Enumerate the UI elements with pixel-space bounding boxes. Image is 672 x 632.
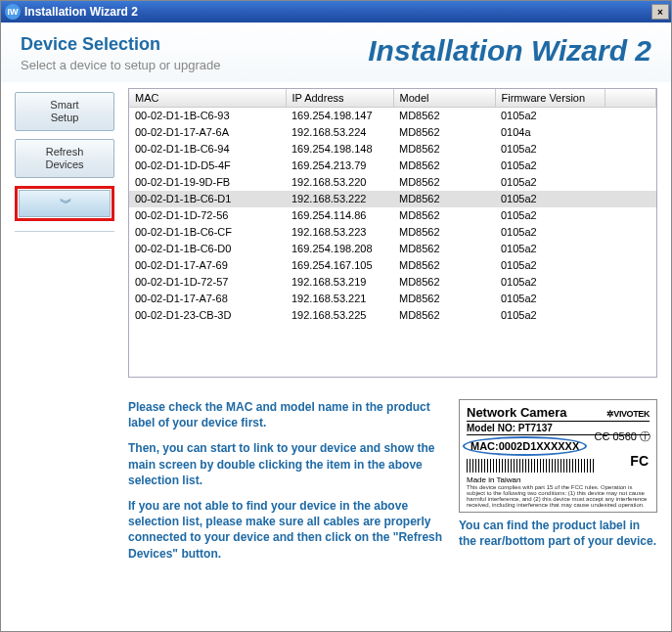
label-made-in: Made in Taiwan (467, 475, 650, 484)
header: Device Selection Select a device to setu… (1, 23, 671, 82)
refresh-devices-button[interactable]: Refresh Devices (15, 139, 114, 178)
titlebar: IW Installation Wizard 2 × (1, 1, 671, 23)
table-cell: 00-02-D1-1B-C6-D1 (129, 191, 286, 207)
content: Smart Setup Refresh Devices ︾ MACIP Addr… (1, 82, 671, 632)
table-cell: 00-02-D1-1B-C6-93 (129, 108, 286, 124)
table-cell: 192.168.53.224 (286, 124, 393, 141)
table-cell: 192.168.53.220 (286, 174, 393, 191)
barcode-icon (467, 459, 594, 473)
table-cell: 0105a2 (495, 307, 605, 324)
app-icon: IW (5, 4, 21, 20)
table-cell: MD8562 (393, 141, 495, 158)
table-cell: 0105a2 (495, 257, 605, 274)
column-header[interactable]: Model (393, 89, 495, 108)
app-title: Installation Wizard 2 (368, 34, 651, 68)
column-header[interactable]: MAC (129, 89, 286, 108)
instruction-p1: Please check the MAC and model name in t… (128, 399, 443, 430)
column-header[interactable]: Firmware Version (495, 89, 605, 108)
table-cell: 0104a (495, 124, 605, 141)
table-cell: 169.254.198.148 (286, 141, 393, 158)
page-subheading: Select a device to setup or upgrade (21, 58, 221, 72)
table-row[interactable]: 00-02-D1-1D-72-57192.168.53.219MD8562010… (129, 274, 656, 291)
table-row[interactable]: 00-02-D1-1B-C6-93169.254.198.147MD856201… (129, 108, 656, 124)
sidebar-divider (15, 231, 114, 232)
table-cell: 169.254.198.208 (286, 241, 393, 257)
table-header-row: MACIP AddressModelFirmware Version (129, 89, 656, 108)
close-button[interactable]: × (651, 4, 669, 20)
table-cell: 00-02-D1-17-A7-68 (129, 291, 286, 307)
column-header-spacer (605, 89, 656, 108)
table-cell: 192.168.53.219 (286, 274, 393, 291)
table-cell: MD8562 (393, 291, 495, 307)
label-area: Network Camera ✲VIVOTEK Model NO: PT7137… (459, 399, 657, 571)
label-caption: You can find the product label in the re… (459, 519, 657, 549)
smart-setup-button[interactable]: Smart Setup (15, 92, 114, 131)
table-row[interactable]: 00-02-D1-1B-C6-D1192.168.53.222MD8562010… (129, 191, 656, 207)
product-label: Network Camera ✲VIVOTEK Model NO: PT7137… (459, 399, 657, 513)
table-cell: 00-02-D1-1B-C6-94 (129, 141, 286, 158)
table-row[interactable]: 00-02-D1-17-A7-68192.168.53.221MD8562010… (129, 291, 656, 307)
instruction-p2: Then, you can start to link to your devi… (128, 440, 443, 488)
instruction-p3: If you are not able to find your device … (128, 498, 443, 562)
table-row[interactable]: 00-02-D1-1D-D5-4F169.254.213.79MD8562010… (129, 158, 656, 174)
brand-logo: ✲VIVOTEK (606, 409, 650, 419)
table-cell: 00-02-D1-23-CB-3D (129, 307, 286, 324)
device-table: MACIP AddressModelFirmware Version 00-02… (128, 88, 657, 378)
expand-button-highlight: ︾ (15, 186, 114, 221)
bottom-area: Please check the MAC and model name in t… (128, 399, 657, 571)
expand-button[interactable]: ︾ (19, 190, 111, 217)
table-cell: 0105a2 (495, 191, 605, 207)
table-cell: MD8562 (393, 158, 495, 174)
table-cell: 00-02-D1-19-9D-FB (129, 174, 286, 191)
table-cell: MD8562 (393, 108, 495, 124)
table-cell: 00-02-D1-17-A7-69 (129, 257, 286, 274)
table-row[interactable]: 00-02-D1-1B-C6-94169.254.198.148MD856201… (129, 141, 656, 158)
column-header[interactable]: IP Address (286, 89, 393, 108)
table-cell: MD8562 (393, 191, 495, 207)
table-cell: MD8562 (393, 207, 495, 224)
table-row[interactable]: 00-02-D1-23-CB-3D192.168.53.225MD8562010… (129, 307, 656, 324)
sidebar: Smart Setup Refresh Devices ︾ (15, 88, 114, 632)
window: IW Installation Wizard 2 × Device Select… (0, 0, 672, 632)
label-title: Network Camera (467, 405, 567, 420)
table-cell: MD8562 (393, 257, 495, 274)
table-row[interactable]: 00-02-D1-19-9D-FB192.168.53.220MD8562010… (129, 174, 656, 191)
table-cell: 00-02-D1-1B-C6-CF (129, 224, 286, 241)
table-cell: MD8562 (393, 174, 495, 191)
table-row[interactable]: 00-02-D1-1B-C6-D0169.254.198.208MD856201… (129, 241, 656, 257)
table-cell: 0105a2 (495, 158, 605, 174)
table-row[interactable]: 00-02-D1-17-A7-69169.254.167.105MD856201… (129, 257, 656, 274)
table-cell: 192.168.53.221 (286, 291, 393, 307)
table-cell: MD8562 (393, 124, 495, 141)
table-cell: 169.254.213.79 (286, 158, 393, 174)
table-body[interactable]: 00-02-D1-1B-C6-93169.254.198.147MD856201… (129, 108, 656, 324)
table-cell: 0105a2 (495, 207, 605, 224)
table-cell: 192.168.53.222 (286, 191, 393, 207)
table-cell: MD8562 (393, 224, 495, 241)
label-mac: MAC:0002D1XXXXXX (467, 438, 583, 454)
table-cell: 192.168.53.225 (286, 307, 393, 324)
table-cell: 00-02-D1-17-A7-6A (129, 124, 286, 141)
header-right: Installation Wizard 2 (368, 34, 651, 68)
label-title-row: Network Camera ✲VIVOTEK (467, 405, 650, 422)
ce-mark: CЄ 0560 ⓘ (595, 429, 650, 444)
table-cell: 00-02-D1-1D-72-57 (129, 274, 286, 291)
table-row[interactable]: 00-02-D1-1D-72-56169.254.114.86MD8562010… (129, 207, 656, 224)
table-cell: 169.254.114.86 (286, 207, 393, 224)
table-cell: 0105a2 (495, 291, 605, 307)
label-fineprint: This device complies with part 15 of the… (467, 484, 650, 508)
table-cell: MD8562 (393, 241, 495, 257)
main: MACIP AddressModelFirmware Version 00-02… (128, 88, 657, 632)
chevron-down-icon: ︾ (60, 195, 69, 212)
table-cell: 0105a2 (495, 141, 605, 158)
table-cell: MD8562 (393, 307, 495, 324)
table-cell: 0105a2 (495, 174, 605, 191)
table-cell: 00-02-D1-1D-72-56 (129, 207, 286, 224)
device-list[interactable]: MACIP AddressModelFirmware Version 00-02… (129, 89, 656, 324)
table-cell: 0105a2 (495, 241, 605, 257)
table-row[interactable]: 00-02-D1-1B-C6-CF192.168.53.223MD8562010… (129, 224, 656, 241)
table-row[interactable]: 00-02-D1-17-A7-6A192.168.53.224MD8562010… (129, 124, 656, 141)
table-cell: 0105a2 (495, 274, 605, 291)
table-cell: 192.168.53.223 (286, 224, 393, 241)
instructions: Please check the MAC and model name in t… (128, 399, 443, 571)
